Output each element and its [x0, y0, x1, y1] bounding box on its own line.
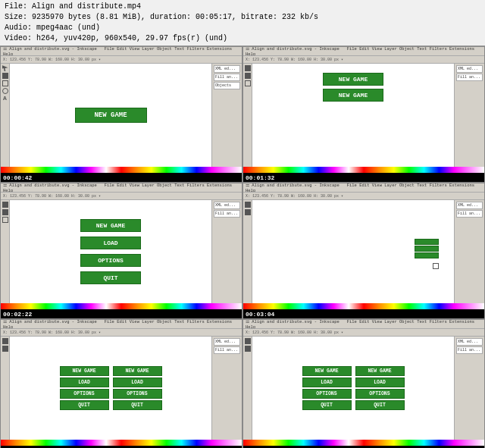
cell2-panel-1: XML ed... — [456, 65, 483, 73]
cell5-tool-node[interactable] — [2, 346, 8, 352]
cell3-palette — [1, 303, 242, 309]
cell1-new-game-btn[interactable]: NEW GAME — [75, 108, 147, 123]
tool-rect[interactable] — [2, 80, 8, 86]
cell5-panel-2: Fill an... — [214, 346, 240, 354]
cell6-toolbox — [243, 337, 252, 440]
cell6-tool-node[interactable] — [245, 346, 251, 352]
cell2-new-game-btn1[interactable]: NEW GAME — [323, 73, 383, 86]
video-grid: ☰ Align and distribute.svg - Inkscape Fi… — [0, 46, 485, 448]
cell3-toolbox — [1, 200, 10, 303]
cell2-timestamp: 00:01:32 — [246, 174, 274, 181]
cell2-new-game-btn2[interactable]: NEW GAME — [323, 89, 383, 102]
cell3-canvas: NEW GAME LOAD OPTIONS QUIT — [10, 200, 211, 303]
cell2-tool-node[interactable] — [245, 73, 251, 79]
cell3-new-game-btn[interactable]: NEW GAME — [80, 219, 141, 232]
cell4-small-btn2[interactable] — [415, 246, 439, 252]
cell3-panel-1: XML ed... — [214, 202, 240, 209]
cell4-panel-2: Fill an... — [456, 210, 483, 218]
cell2-toolbar-text: ☰ Align and distribute.svg - Inkscape Fi… — [246, 47, 482, 56]
cell5-col1: NEW GAME LOAD OPTIONS QUIT — [60, 365, 109, 411]
cell6-canvas: NEW GAME LOAD OPTIONS QUIT NEW GAME LOAD… — [252, 337, 454, 440]
cell6-col1-quit[interactable]: QUIT — [302, 400, 352, 410]
cell4-toolbox — [243, 200, 252, 303]
cell3-status: 00:02:22 — [1, 309, 242, 318]
cell6-col1-new-game[interactable]: NEW GAME — [302, 366, 352, 376]
cell1-timestamp: 00:00:42 — [3, 174, 32, 181]
cell4-small-btn1[interactable] — [415, 239, 439, 245]
cell2-coords: X: 123.456 Y: 78.90 W: 160.00 H: 30.00 p… — [246, 57, 343, 62]
cell3-top-bar: ☰ Align and distribute.svg - Inkscape Fi… — [1, 183, 242, 193]
tool-node[interactable] — [2, 73, 8, 79]
cell6-col2-options[interactable]: OPTIONS — [355, 389, 405, 399]
cell6-panel-1: XML ed... — [456, 338, 483, 346]
cell3-tool-node[interactable] — [2, 209, 8, 215]
cell5-toolbox — [1, 337, 10, 440]
file-info-line3: Audio: mpeg4aac (und) — [5, 23, 480, 33]
cell4-top-bar: ☰ Align and distribute.svg - Inkscape Fi… — [243, 183, 484, 193]
tool-arrow[interactable] — [2, 65, 8, 71]
cell6-col1: NEW GAME LOAD OPTIONS QUIT — [302, 365, 352, 411]
cell3-coords: X: 123.456 Y: 78.90 W: 160.00 H: 30.00 p… — [3, 193, 101, 199]
cell5-right-panel: XML ed... Fill an... — [211, 337, 242, 440]
cell6-right-panel: XML ed... Fill an... — [454, 337, 484, 440]
cell4-status: 00:03:04 — [243, 309, 484, 318]
cell2-inner: NEW GAME NEW GAME XML ed... Fill an... — [243, 64, 484, 167]
cell5-top-bar: ☰ Align and distribute.svg - Inkscape Fi… — [1, 320, 242, 329]
cell5-col2-options[interactable]: OPTIONS — [113, 389, 162, 399]
cell4-toolbar-text: ☰ Align and distribute.svg - Inkscape Fi… — [246, 183, 482, 193]
cell6-col2-new-game[interactable]: NEW GAME — [355, 366, 405, 376]
cell6-col1-load[interactable]: LOAD — [302, 378, 352, 387]
cell3-toolbar-text: ☰ Align and distribute.svg - Inkscape Fi… — [3, 183, 239, 193]
cell2-tool-arrow[interactable] — [245, 65, 251, 71]
cell5-col1-options[interactable]: OPTIONS — [60, 389, 109, 399]
cell4-tool-node[interactable] — [245, 209, 251, 215]
cell3-tool-rect[interactable] — [2, 217, 8, 223]
cell3-right-panel: XML ed... Fill an... — [211, 200, 242, 303]
cell3-second-bar: X: 123.456 Y: 78.90 W: 160.00 H: 30.00 p… — [1, 193, 242, 200]
cell5-canvas: NEW GAME LOAD OPTIONS QUIT NEW GAME LOAD… — [10, 337, 211, 440]
cell1-toolbar-text: ☰ Align and distribute.svg - Inkscape Fi… — [3, 47, 239, 56]
cell6-col1-options[interactable]: OPTIONS — [302, 389, 352, 399]
cell5-col1-new-game[interactable]: NEW GAME — [60, 366, 109, 376]
cell1-second-bar: X: 123.456 Y: 78.90 W: 160.00 H: 30.00 p… — [1, 56, 242, 64]
cell3-options-btn[interactable]: OPTIONS — [80, 254, 141, 267]
cell4-resize-handle[interactable] — [433, 263, 439, 269]
cell4-tool-arrow[interactable] — [245, 202, 251, 208]
cell5-toolbar-text: ☰ Align and distribute.svg - Inkscape Fi… — [3, 320, 239, 329]
tool-text[interactable]: A — [2, 96, 8, 102]
cell3-load-btn[interactable]: LOAD — [80, 237, 141, 249]
file-info-line4: Video: h264, yuv420p, 960x540, 29.97 fps… — [5, 33, 480, 44]
cell3-quit-btn[interactable]: QUIT — [80, 271, 141, 284]
cell6-second-bar: X: 123.456 Y: 78.90 W: 160.00 H: 30.00 p… — [243, 329, 484, 337]
cell2-top-bar: ☰ Align and distribute.svg - Inkscape Fi… — [243, 47, 484, 56]
cell6-col2-quit[interactable]: QUIT — [355, 400, 405, 410]
cell2-right-panel: XML ed... Fill an... — [454, 64, 484, 167]
cell6-col2-load[interactable]: LOAD — [355, 378, 405, 387]
cell1-top-bar: ☰ Align and distribute.svg - Inkscape Fi… — [1, 47, 242, 56]
cell4-palette — [243, 303, 484, 309]
cell5-col2-quit[interactable]: QUIT — [113, 400, 162, 410]
cell4-timestamp: 00:03:04 — [246, 311, 274, 318]
cell1-canvas: NEW GAME — [10, 64, 211, 167]
cell6-inner: NEW GAME LOAD OPTIONS QUIT NEW GAME LOAD… — [243, 337, 484, 440]
cell6-toolbar-text: ☰ Align and distribute.svg - Inkscape Fi… — [246, 320, 482, 329]
cell-3: ☰ Align and distribute.svg - Inkscape Fi… — [0, 183, 242, 319]
cell5-col2-load[interactable]: LOAD — [113, 378, 162, 387]
cell4-small-btn3[interactable] — [415, 252, 439, 258]
cell5-tool-arrow[interactable] — [2, 338, 8, 344]
cell2-canvas: NEW GAME NEW GAME — [252, 64, 454, 167]
cell4-inner: XML ed... Fill an... — [243, 200, 484, 303]
cell6-palette — [243, 440, 484, 446]
tool-circle[interactable] — [2, 88, 8, 94]
cell3-inner: NEW GAME LOAD OPTIONS QUIT XML ed... Fil… — [1, 200, 242, 303]
cell-5: ☰ Align and distribute.svg - Inkscape Fi… — [0, 319, 242, 448]
cell-4: ☰ Align and distribute.svg - Inkscape Fi… — [242, 183, 485, 319]
cell5-col2-new-game[interactable]: NEW GAME — [113, 366, 162, 376]
cell6-tool-arrow[interactable] — [245, 338, 251, 344]
cell2-tool-rect[interactable] — [245, 80, 251, 86]
cell5-col1-quit[interactable]: QUIT — [60, 400, 109, 410]
cell4-canvas — [252, 200, 454, 303]
cell3-tool-arrow[interactable] — [2, 202, 8, 208]
cell5-col1-load[interactable]: LOAD — [60, 378, 109, 387]
cell2-toolbox — [243, 64, 252, 167]
